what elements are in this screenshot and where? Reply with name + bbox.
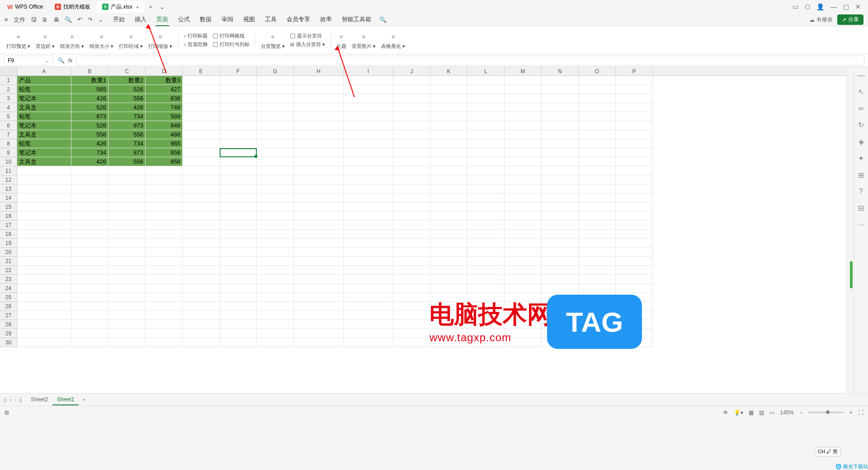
zoom-slider[interactable] — [808, 412, 844, 413]
ribbon-分页预览[interactable]: ▫分页预览 ▾ — [261, 30, 285, 50]
col-header-H[interactable]: H — [294, 67, 344, 75]
cell[interactable] — [257, 121, 294, 130]
cell[interactable] — [467, 212, 505, 221]
cell[interactable] — [344, 139, 393, 148]
row-header-20[interactable]: 20 — [0, 248, 17, 257]
cell[interactable] — [505, 184, 542, 193]
ribbon-打印区域[interactable]: ▫打印区域 ▾ — [119, 30, 143, 50]
cell[interactable] — [542, 175, 579, 184]
cell[interactable] — [257, 212, 294, 221]
cell[interactable]: 铅笔 — [17, 112, 71, 121]
cell[interactable]: 文具盒 — [17, 103, 71, 112]
cell[interactable]: 426 — [108, 103, 146, 112]
cell[interactable] — [220, 166, 257, 175]
cell[interactable] — [344, 320, 393, 329]
cell[interactable] — [344, 257, 393, 266]
cell[interactable] — [616, 275, 653, 284]
cell[interactable] — [616, 257, 653, 266]
cell[interactable] — [393, 248, 430, 257]
col-header-J[interactable]: J — [393, 67, 430, 75]
cell[interactable] — [294, 202, 344, 212]
user-avatar-icon[interactable]: 👤 — [816, 3, 824, 10]
panel-cursor-icon[interactable]: ↖ — [858, 88, 864, 96]
cell[interactable] — [393, 193, 430, 202]
cell[interactable] — [430, 193, 467, 202]
cell[interactable] — [616, 166, 653, 175]
cell[interactable] — [579, 103, 616, 112]
row-header-25[interactable]: 25 — [0, 293, 17, 302]
cell[interactable] — [220, 193, 257, 202]
panel-grid-icon[interactable]: ⊞ — [858, 171, 864, 179]
row-header-4[interactable]: 4 — [0, 103, 17, 112]
row-header-10[interactable]: 10 — [0, 157, 17, 166]
cell[interactable] — [430, 212, 467, 221]
cell[interactable] — [71, 320, 108, 329]
cell[interactable] — [220, 103, 257, 112]
cell[interactable] — [579, 157, 616, 166]
cell[interactable] — [344, 193, 393, 202]
cell[interactable] — [220, 184, 257, 193]
cell[interactable] — [505, 193, 542, 202]
cell[interactable] — [467, 193, 505, 202]
row-header-19[interactable]: 19 — [0, 239, 17, 248]
cell[interactable] — [616, 103, 653, 112]
cell[interactable] — [616, 130, 653, 139]
cell[interactable] — [257, 320, 294, 329]
cell[interactable] — [616, 112, 653, 121]
row-header-21[interactable]: 21 — [0, 257, 17, 266]
cell[interactable] — [467, 166, 505, 175]
cell[interactable] — [616, 212, 653, 221]
cell[interactable] — [467, 184, 505, 193]
cell[interactable] — [344, 166, 393, 175]
cell[interactable] — [257, 76, 294, 85]
cell[interactable] — [616, 221, 653, 230]
cell[interactable] — [344, 112, 393, 121]
cell[interactable] — [542, 212, 579, 221]
cell[interactable] — [294, 338, 344, 347]
cell[interactable] — [430, 85, 467, 94]
cell[interactable] — [146, 257, 183, 266]
cell[interactable] — [393, 275, 430, 284]
cell[interactable] — [505, 76, 542, 85]
cell[interactable]: 数量2 — [108, 76, 146, 85]
cell[interactable] — [344, 175, 393, 184]
row-header-24[interactable]: 24 — [0, 284, 17, 293]
zoom-out-button[interactable]: − — [799, 409, 802, 416]
cell[interactable] — [393, 338, 430, 347]
cell[interactable] — [579, 148, 616, 157]
cell[interactable] — [579, 248, 616, 257]
sheet-tab-Sheet1[interactable]: Sheet1 — [52, 395, 79, 405]
cell[interactable] — [542, 121, 579, 130]
cell[interactable] — [344, 275, 393, 284]
cell[interactable] — [146, 320, 183, 329]
cell[interactable] — [430, 248, 467, 257]
cell[interactable] — [393, 112, 430, 121]
cell[interactable] — [505, 275, 542, 284]
cell[interactable] — [108, 212, 146, 221]
menu-tab-视图[interactable]: 视图 — [242, 14, 256, 26]
cell[interactable] — [294, 193, 344, 202]
row-header-11[interactable]: 11 — [0, 166, 17, 175]
cell[interactable] — [505, 202, 542, 212]
cell[interactable] — [257, 85, 294, 94]
cell[interactable] — [616, 85, 653, 94]
cell[interactable] — [17, 221, 71, 230]
cell[interactable] — [17, 302, 71, 311]
ribbon-打印缩放[interactable]: ▫打印缩放 ▾ — [148, 30, 178, 50]
add-sheet-button[interactable]: + — [82, 397, 85, 403]
col-header-I[interactable]: I — [344, 67, 393, 75]
scroll-thumb[interactable] — [850, 261, 853, 288]
cell[interactable] — [17, 293, 71, 302]
cell[interactable] — [220, 257, 257, 266]
cell[interactable] — [257, 284, 294, 293]
cell[interactable] — [183, 329, 220, 338]
col-header-G[interactable]: G — [257, 67, 294, 75]
cell[interactable] — [467, 112, 505, 121]
cell[interactable]: 589 — [146, 112, 183, 121]
cell[interactable] — [108, 311, 146, 320]
cell[interactable] — [183, 175, 220, 184]
cell[interactable] — [220, 320, 257, 329]
cell[interactable] — [542, 94, 579, 103]
cell[interactable] — [579, 266, 616, 275]
cell[interactable] — [183, 230, 220, 239]
